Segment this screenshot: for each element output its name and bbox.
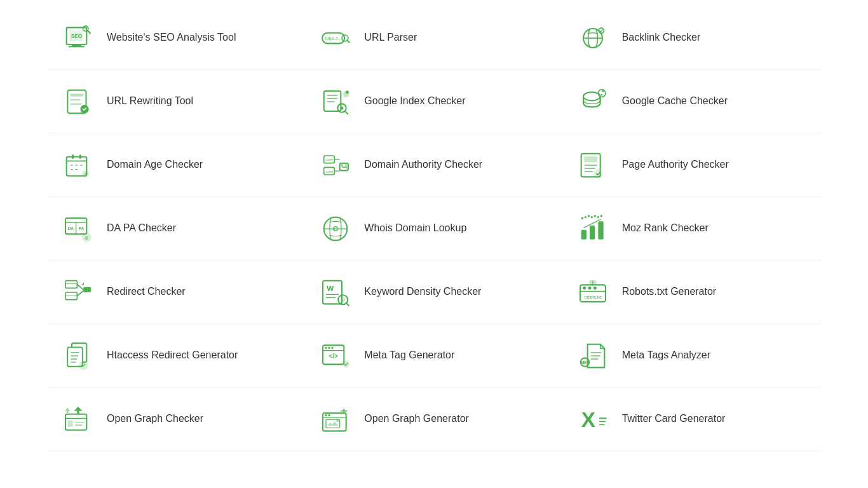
svg-text:robots.txt: robots.txt: [584, 295, 602, 299]
tool-url-rewriting[interactable]: URL Rewriting Tool: [48, 70, 305, 133]
tool-redirect[interactable]: Redirect Checker: [48, 261, 305, 324]
tool-domain-authority[interactable]: .com .com Domain Authority Checker: [305, 133, 562, 197]
svg-rect-69: [598, 221, 603, 239]
moz-rank-label: Moz Rank Checker: [622, 222, 709, 235]
svg-text:?: ?: [84, 172, 86, 176]
google-cache-icon: [576, 84, 611, 119]
svg-point-91: [588, 286, 592, 289]
tool-domain-age[interactable]: ? Domain Age Checker: [48, 133, 305, 197]
backlink-checker-icon: [576, 20, 611, 55]
seo-analysis-icon: SEO: [60, 20, 95, 55]
svg-point-73: [591, 216, 593, 218]
svg-rect-35: [79, 154, 81, 159]
svg-point-31: [601, 93, 603, 95]
svg-rect-17: [70, 103, 81, 105]
domain-age-icon: ?: [60, 147, 95, 182]
svg-rect-68: [590, 226, 595, 240]
whois-icon: ?: [318, 211, 353, 246]
open-graph-checker-icon: [60, 402, 95, 437]
svg-point-75: [597, 216, 599, 218]
tool-backlink-checker[interactable]: Backlink Checker: [563, 6, 820, 70]
tool-da-pa[interactable]: DA PA ⚙ DA PA Checker: [48, 197, 305, 261]
svg-line-49: [346, 166, 348, 168]
svg-rect-16: [70, 98, 81, 100]
tool-meta-tags-analyzer[interactable]: SEO Meta Tags Analyzer: [563, 324, 820, 388]
svg-rect-78: [65, 292, 77, 300]
svg-point-87: [341, 297, 345, 302]
twitter-card-icon: X: [576, 402, 611, 437]
da-pa-label: DA PA Checker: [107, 222, 176, 235]
svg-point-72: [588, 215, 590, 217]
meta-tags-analyzer-icon: SEO: [576, 338, 611, 373]
url-parser-icon: https://...: [318, 20, 353, 55]
domain-authority-label: Domain Authority Checker: [364, 158, 482, 172]
svg-point-30: [602, 90, 604, 92]
tool-whois[interactable]: ? Whois Domain Lookup: [305, 197, 562, 261]
htaccess-label: Htaccess Redirect Generator: [107, 349, 238, 362]
tool-google-cache[interactable]: Google Cache Checker: [563, 70, 820, 133]
svg-text:PA: PA: [78, 226, 84, 230]
svg-point-76: [600, 215, 602, 217]
svg-line-25: [345, 111, 348, 114]
page-authority-icon: [576, 147, 611, 182]
svg-rect-120: [75, 422, 85, 423]
svg-text:SEO: SEO: [580, 360, 590, 365]
svg-line-88: [346, 302, 348, 305]
meta-tag-label: Meta Tag Generator: [364, 349, 454, 362]
svg-point-108: [328, 346, 330, 348]
tool-keyword-density[interactable]: W Keyword Density Checker: [305, 261, 562, 324]
tool-url-parser[interactable]: https://... URL Parser: [305, 6, 562, 70]
svg-point-127: [336, 419, 339, 422]
open-graph-checker-label: Open Graph Checker: [107, 412, 203, 426]
tool-htaccess[interactable]: Htaccess Redirect Generator: [48, 324, 305, 388]
svg-line-6: [88, 30, 90, 33]
domain-authority-icon: .com .com: [318, 147, 353, 182]
svg-point-29: [598, 89, 606, 97]
tool-open-graph-checker[interactable]: Open Graph Checker: [48, 388, 305, 451]
main-container: SEO Website's SEO Analysis Tool https://…: [0, 0, 868, 488]
svg-point-90: [583, 286, 586, 289]
svg-rect-121: [75, 424, 83, 426]
tools-grid: SEO Website's SEO Analysis Tool https://…: [48, 6, 820, 451]
tool-meta-tag[interactable]: </> Meta Tag Generator: [305, 324, 562, 388]
da-pa-icon: DA PA ⚙: [60, 211, 95, 246]
svg-rect-81: [83, 287, 91, 292]
svg-point-125: [328, 414, 330, 416]
svg-text:DA: DA: [67, 226, 74, 230]
svg-line-10: [347, 40, 349, 42]
tool-open-graph-generator[interactable]: Open Graph Generator: [305, 388, 562, 451]
svg-text:.com: .com: [325, 169, 334, 173]
svg-point-27: [346, 90, 349, 93]
tool-robots-txt[interactable]: robots.txt Robots.txt Generator: [563, 261, 820, 324]
meta-tag-icon: </>: [318, 338, 353, 373]
tool-twitter-card[interactable]: X Twitter Card Generator: [563, 388, 820, 451]
twitter-card-label: Twitter Card Generator: [622, 412, 726, 426]
meta-tags-analyzer-label: Meta Tags Analyzer: [622, 349, 710, 362]
svg-point-124: [325, 414, 327, 416]
svg-point-71: [585, 216, 587, 218]
svg-point-92: [593, 286, 597, 289]
tool-page-authority[interactable]: Page Authority Checker: [563, 133, 820, 197]
svg-point-70: [581, 217, 583, 219]
svg-rect-15: [70, 93, 83, 96]
url-rewriting-label: URL Rewriting Tool: [107, 95, 193, 108]
robots-txt-label: Robots.txt Generator: [622, 285, 717, 299]
svg-text:⚙: ⚙: [85, 235, 88, 240]
svg-text:W: W: [327, 284, 334, 292]
google-cache-label: Google Cache Checker: [622, 95, 728, 108]
domain-age-label: Domain Age Checker: [107, 158, 203, 172]
redirect-label: Redirect Checker: [107, 285, 186, 299]
svg-rect-51: [585, 156, 597, 161]
svg-text:.com: .com: [325, 158, 334, 161]
svg-rect-77: [65, 280, 77, 288]
tool-seo-analysis[interactable]: SEO Website's SEO Analysis Tool: [48, 6, 305, 70]
svg-text:SEO: SEO: [71, 33, 82, 39]
url-rewriting-icon: [60, 84, 95, 119]
svg-text:?: ?: [333, 227, 335, 231]
tool-moz-rank[interactable]: Moz Rank Checker: [563, 197, 820, 261]
svg-rect-119: [67, 420, 72, 426]
google-index-label: Google Index Checker: [364, 95, 465, 108]
redirect-icon: [60, 274, 95, 309]
tool-google-index[interactable]: Google Index Checker: [305, 70, 562, 133]
whois-label: Whois Domain Lookup: [364, 222, 466, 235]
